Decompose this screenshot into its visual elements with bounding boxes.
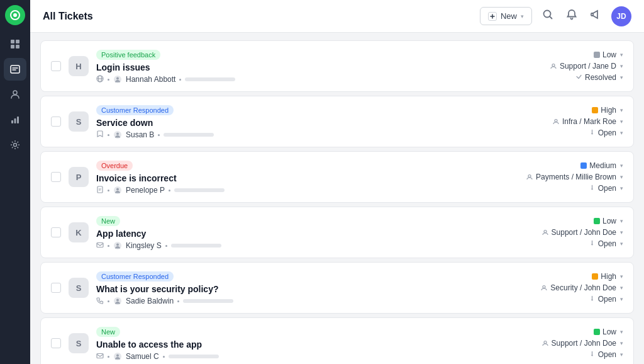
new-button-chevron: ▾: [521, 13, 524, 20]
priority-dot: [594, 218, 600, 224]
ticket-avatar: P: [69, 167, 89, 187]
meta-avatar-icon: [113, 352, 122, 361]
ticket-title: Unable to access the app: [96, 339, 490, 350]
priority-chevron: ▾: [620, 329, 623, 335]
agent-icon: [526, 173, 533, 181]
priority-label: High: [601, 106, 616, 115]
meta-dot: [108, 356, 109, 358]
ticket-assignee: Hannah Abbott: [126, 75, 175, 84]
ticket-tag-row: Customer Responded: [96, 104, 490, 115]
sidebar-item-settings[interactable]: [4, 134, 26, 156]
svg-point-20: [116, 133, 119, 135]
priority-meta[interactable]: Low ▾: [594, 50, 623, 59]
meta-avatar-icon: [113, 186, 122, 195]
ticket-avatar: K: [69, 222, 89, 242]
status-icon: [589, 239, 596, 248]
sidebar-item-dashboard[interactable]: [4, 33, 26, 55]
team-agent-meta[interactable]: Payments / Millie Brown ▾: [526, 173, 623, 181]
svg-point-7: [13, 91, 17, 94]
megaphone-icon[interactable]: [587, 6, 604, 26]
team-agent-label: Infra / Mark Roe: [562, 117, 616, 126]
priority-meta[interactable]: High ▾: [592, 106, 623, 115]
ticket-right: High ▾ Infra / Mark Roe ▾ Open ▾: [497, 106, 623, 137]
ticket-checkbox[interactable]: [51, 283, 61, 293]
ticket-body: New Unable to access the app Samuel C: [96, 326, 490, 361]
priority-dot: [592, 273, 598, 280]
ticket-row[interactable]: S New Unable to access the app Samuel C …: [40, 317, 634, 364]
ticket-meta: Kingsley S: [96, 241, 490, 250]
ticket-tag: Overdue: [96, 161, 133, 171]
svg-point-21: [555, 120, 557, 122]
user-avatar[interactable]: JD: [611, 6, 631, 26]
priority-chevron: ▾: [620, 162, 623, 169]
ticket-tag-row: Customer Responded: [96, 270, 490, 282]
priority-label: High: [601, 272, 616, 281]
agent-chevron: ▾: [620, 229, 623, 236]
priority-dot: [580, 162, 587, 169]
ticket-progress-bar: [174, 188, 225, 192]
team-agent-meta[interactable]: Infra / Mark Roe ▾: [552, 117, 623, 126]
svg-point-40: [544, 341, 547, 344]
status-label: Open: [598, 239, 616, 248]
ticket-row[interactable]: S Customer Responded What is your securi…: [40, 262, 634, 314]
priority-meta[interactable]: Medium ▾: [580, 161, 623, 170]
notifications-icon[interactable]: [564, 6, 580, 26]
meta-channel-icon: [96, 297, 104, 305]
team-agent-meta[interactable]: Security / John Doe ▾: [540, 283, 623, 292]
status-chevron: ▾: [620, 130, 623, 136]
ticket-tag: Positive feedback: [96, 50, 160, 60]
priority-meta[interactable]: High ▾: [592, 272, 623, 281]
ticket-meta: Hannah Abbott: [96, 75, 490, 84]
sidebar: [0, 0, 30, 364]
ticket-progress-bar: [185, 77, 235, 81]
team-agent-meta[interactable]: Support / John Doe ▾: [541, 339, 623, 348]
ticket-checkbox[interactable]: [51, 61, 61, 71]
team-agent-label: Support / John Doe: [552, 228, 616, 237]
main-content: All Tickets New ▾: [30, 0, 644, 364]
ticket-progress-bar: [171, 244, 221, 247]
sidebar-item-contacts[interactable]: [4, 83, 26, 106]
status-meta[interactable]: Open ▾: [589, 295, 623, 304]
meta-channel-icon: [96, 75, 104, 84]
agent-icon: [552, 118, 560, 125]
meta-channel-icon: [96, 130, 104, 139]
meta-dot: [108, 190, 109, 191]
ticket-row[interactable]: P Overdue Invoice is incorrect Penelope …: [40, 151, 634, 203]
ticket-body: Customer Responded What is your security…: [96, 270, 490, 305]
meta-dot-2: [163, 356, 165, 358]
search-icon[interactable]: [540, 6, 556, 26]
new-button[interactable]: New ▾: [480, 7, 532, 25]
status-meta[interactable]: Open ▾: [589, 128, 623, 137]
ticket-checkbox[interactable]: [51, 227, 61, 237]
ticket-tag: Customer Responded: [96, 271, 174, 282]
status-chevron: ▾: [620, 74, 623, 81]
priority-meta[interactable]: Low ▾: [594, 217, 623, 225]
ticket-checkbox[interactable]: [51, 172, 61, 182]
ticket-avatar: S: [69, 333, 89, 353]
ticket-checkbox[interactable]: [51, 117, 61, 127]
status-meta[interactable]: Open ▾: [589, 184, 623, 193]
ticket-checkbox[interactable]: [51, 338, 61, 348]
ticket-row[interactable]: K New App latency Kingsley S Low ▾: [40, 207, 634, 258]
new-button-label: New: [501, 11, 517, 21]
priority-dot: [592, 107, 598, 113]
svg-point-17: [116, 77, 119, 80]
team-agent-meta[interactable]: Support / Jane D ▾: [550, 62, 623, 71]
sidebar-item-tickets[interactable]: [4, 58, 26, 81]
team-agent-meta[interactable]: Support / John Doe ▾: [541, 228, 623, 237]
sidebar-item-reports[interactable]: [4, 108, 26, 131]
ticket-right: Medium ▾ Payments / Millie Brown ▾ Open …: [497, 161, 623, 193]
header: All Tickets New ▾: [30, 0, 644, 33]
svg-point-35: [543, 286, 545, 288]
svg-point-41: [592, 355, 592, 356]
status-meta[interactable]: Open ▾: [589, 239, 623, 248]
svg-rect-9: [14, 118, 16, 123]
status-meta[interactable]: Open ▾: [589, 350, 623, 359]
priority-chevron: ▾: [620, 107, 623, 113]
status-meta[interactable]: Resolved ▾: [575, 73, 623, 82]
ticket-row[interactable]: H Positive feedback Login issues Hannah …: [40, 40, 634, 92]
app-logo[interactable]: [5, 5, 25, 25]
priority-meta[interactable]: Low ▾: [594, 327, 623, 336]
status-label: Open: [598, 350, 616, 359]
ticket-row[interactable]: S Customer Responded Service down Susan …: [40, 96, 634, 147]
